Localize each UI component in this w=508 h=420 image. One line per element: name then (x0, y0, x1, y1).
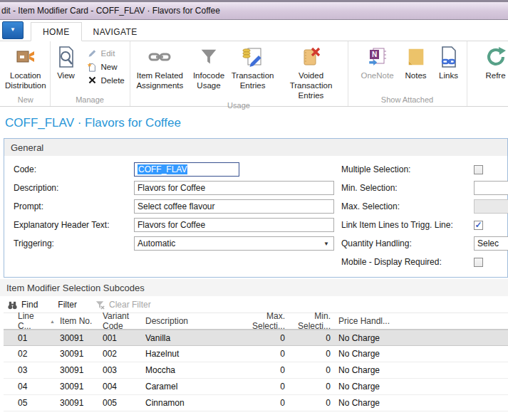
triggering-label: Triggering: (4, 238, 134, 248)
column-header-item-no[interactable]: Item No. (55, 316, 101, 326)
column-header-price-handling[interactable]: Price Handl... (332, 316, 508, 326)
sort-ascending-icon: ▲ (50, 319, 55, 324)
code-label: Code: (4, 164, 134, 174)
triggering-dropdown[interactable]: Automatic ▼ (134, 236, 334, 251)
sticky-note-icon (404, 45, 428, 69)
links-icon (437, 45, 461, 69)
general-fasttab-header[interactable]: General (4, 139, 507, 156)
chevron-down-icon: ▼ (10, 27, 16, 33)
explanatory-header-text-field[interactable]: Flavors for Coffee (134, 218, 334, 232)
table-row[interactable]: 02 30091 002 Hazelnut 0 0 No Charge (4, 346, 508, 362)
description-field[interactable]: Flavors for Coffee (134, 181, 334, 195)
voided-transaction-entries-button[interactable]: Voided Transaction Entries (276, 42, 346, 100)
link-item-lines-label: Link Item Lines to Trigg. Line: (334, 220, 474, 230)
min-selection-field[interactable] (474, 181, 508, 195)
table-row[interactable]: 04 30091 004 Caramel 0 0 No Charge (4, 379, 508, 395)
location-distribution-icon (14, 45, 38, 69)
ribbon-tab-row: ▼ HOME NAVIGATE (0, 20, 508, 41)
link-item-lines-checkbox[interactable] (474, 221, 483, 230)
column-header-line-code[interactable]: Line C... ▲ (4, 311, 55, 331)
infocode-usage-button[interactable]: Infocode Usage (188, 42, 229, 100)
ribbon-group-label-manage: Manage (52, 95, 128, 106)
refresh-button[interactable]: Refre (476, 42, 508, 103)
new-button[interactable]: New (85, 60, 127, 73)
window-title: dit - Item Modifier Card - COFF_FLAV · F… (1, 6, 220, 16)
ribbon-group-label-usage: Usage (132, 100, 346, 112)
item-modifier-card-window: dit - Item Modifier Card - COFF_FLAV · F… (0, 0, 508, 420)
ribbon-group-label-show-attached: Show Attached (350, 95, 465, 106)
find-button[interactable]: Find (6, 299, 38, 310)
ribbon-group-usage: Item Related Assignments Infocode Usage … (130, 41, 348, 106)
table-row[interactable]: 01 30091 001 Vanilla 0 0 No Charge (4, 330, 508, 346)
prompt-label: Prompt: (4, 201, 134, 211)
transaction-entries-icon (241, 45, 265, 69)
view-button[interactable]: View (52, 42, 81, 95)
ribbon-group-new: Location Distribution New (1, 41, 51, 106)
clear-filter-icon (94, 299, 105, 310)
ribbon-group-manage: View Edit New (51, 41, 130, 106)
subcodes-section: Item Modifier Selection Subcodes Find Fi… (0, 279, 508, 411)
code-value-selected-text: COFF_FLAV (138, 164, 187, 174)
column-header-variant-code[interactable]: Variant Code (101, 311, 144, 331)
subcodes-table-header-row: Line C... ▲ Item No. Variant Code Descri… (4, 313, 508, 330)
ribbon-group-show-attached: N OneNote Notes Links Show Atta (348, 41, 467, 106)
tab-navigate[interactable]: NAVIGATE (82, 23, 149, 41)
prompt-field[interactable]: Select coffee flavour (134, 199, 334, 214)
chevron-down-icon: ▼ (323, 241, 331, 247)
ribbon-group-label-new: New (3, 95, 48, 106)
onenote-button[interactable]: N OneNote (356, 42, 400, 95)
location-distribution-button[interactable]: Location Distribution (3, 42, 48, 95)
links-button[interactable]: Links (432, 42, 465, 95)
subcodes-toolbar: Find Filter Clear Filter (0, 296, 508, 313)
window-titlebar[interactable]: dit - Item Modifier Card - COFF_FLAV · F… (0, 0, 508, 20)
page-title: COFF_FLAV · Flavors for Coffee (5, 116, 508, 130)
table-row[interactable]: 05 30091 005 Cinnamon 0 0 No Charge (4, 395, 508, 411)
notes-button[interactable]: Notes (400, 42, 432, 95)
description-label: Description: (4, 183, 134, 193)
column-header-description[interactable]: Description (144, 316, 242, 326)
quantity-handling-dropdown[interactable]: Selec (474, 236, 508, 251)
refresh-icon (484, 45, 508, 69)
multiple-selection-checkbox[interactable] (474, 165, 483, 174)
subcodes-section-header[interactable]: Item Modifier Selection Subcodes (0, 279, 508, 296)
app-menu-button[interactable]: ▼ (2, 21, 24, 39)
delete-x-icon (87, 75, 98, 85)
ribbon: Location Distribution New View (0, 41, 508, 107)
max-selection-label: Max. Selection: (334, 201, 474, 211)
table-row[interactable]: 03 30091 003 Moccha 0 0 No Charge (4, 362, 508, 379)
mobile-display-required-label: Mobile - Display Required: (334, 257, 474, 267)
item-related-assignments-button[interactable]: Item Related Assignments (132, 42, 189, 100)
column-header-max-selection[interactable]: Max. Selecti... (242, 311, 288, 331)
min-selection-label: Min. Selection: (334, 183, 474, 193)
voided-entries-icon (299, 45, 323, 69)
transaction-entries-button[interactable]: Transaction Entries (229, 42, 276, 100)
ribbon-group-page: Refre (467, 41, 508, 106)
max-selection-field (474, 199, 508, 214)
funnel-icon (197, 45, 221, 69)
general-fasttab: General Code: COFF_FLAV Description: Fla… (4, 138, 508, 278)
onenote-icon: N (366, 45, 390, 69)
quantity-handling-label: Quantity Handling: (334, 238, 474, 248)
filter-button[interactable]: Filter (58, 300, 77, 310)
chain-link-icon (147, 45, 172, 69)
edit-pencil-icon (87, 48, 98, 58)
new-document-icon (87, 61, 98, 72)
delete-button[interactable]: Delete (85, 73, 127, 87)
binoculars-icon (6, 299, 18, 310)
multiple-selection-label: Multiple Selection: (334, 164, 474, 174)
tab-home[interactable]: HOME (31, 22, 82, 41)
code-field[interactable]: COFF_FLAV (134, 162, 239, 177)
view-icon (54, 45, 78, 69)
svg-text:N: N (372, 51, 377, 58)
edit-button[interactable]: Edit (85, 46, 127, 60)
column-header-min-selection[interactable]: Min. Selecti... (288, 311, 332, 331)
explanatory-header-text-label: Explanatory Header Text: (4, 220, 134, 230)
subcodes-table: Line C... ▲ Item No. Variant Code Descri… (4, 313, 508, 411)
clear-filter-button[interactable]: Clear Filter (94, 299, 151, 310)
mobile-display-required-checkbox[interactable] (474, 258, 483, 267)
